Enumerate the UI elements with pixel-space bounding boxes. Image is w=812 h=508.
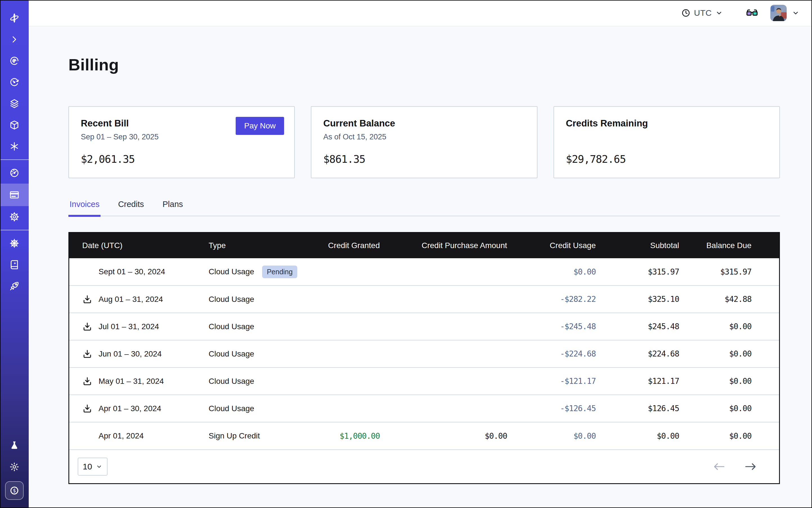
credit-usage-cell: -$126.45 <box>519 395 608 422</box>
invoice-date: Jun 01 – 30, 2024 <box>98 349 162 358</box>
sidebar-item-layers[interactable] <box>0 93 29 114</box>
gauge-icon <box>9 168 20 178</box>
invoice-type-cell: Cloud Usage <box>203 395 304 422</box>
table-row: Sept 01 – 30, 2024 Cloud Usage Pending $… <box>69 258 779 286</box>
invoice-type: Cloud Usage <box>209 267 254 276</box>
subtotal-cell: $224.68 <box>608 340 691 368</box>
credits-remaining-card: Credits Remaining $29,782.65 <box>554 106 780 178</box>
invoice-type-cell: Cloud Usage <box>203 313 304 340</box>
sidebar-divider <box>0 159 29 160</box>
credits-remaining-amount: $29,782.65 <box>566 153 626 165</box>
page-size-value: 10 <box>83 462 92 471</box>
user-avatar[interactable] <box>770 5 787 21</box>
chevron-right-icon <box>9 34 20 45</box>
download-icon <box>82 322 92 332</box>
balance-due-cell: $0.00 <box>691 313 779 340</box>
labs-flask-icon <box>9 440 20 451</box>
table-row: Jun 01 – 30, 2024 Cloud Usage -$224.68 $… <box>69 340 779 368</box>
subtotal-cell: $0.00 <box>608 422 691 450</box>
column-header-credit-granted: Credit Granted <box>304 233 392 258</box>
credit-granted-cell: $1,000.00 <box>304 422 392 450</box>
invoice-date-cell: May 01 – 31, 2024 <box>69 368 203 395</box>
billing-card-icon <box>9 189 20 200</box>
invoice-table-body: Sept 01 – 30, 2024 Cloud Usage Pending $… <box>69 258 779 450</box>
asterisk-icon <box>9 141 20 152</box>
summary-cards: Recent Bill Sep 01 – Sep 30, 2025 $2,061… <box>69 106 780 178</box>
sidebar-divider <box>0 230 29 230</box>
rocket-icon <box>9 281 20 291</box>
invoice-date-cell: Jun 01 – 30, 2024 <box>69 340 203 368</box>
pay-now-button[interactable]: Pay Now <box>236 117 284 135</box>
invoice-type-cell: Cloud Usage <box>203 368 304 395</box>
invoice-type-cell: Cloud Usage Pending <box>203 258 304 286</box>
credit-granted-cell <box>304 286 392 313</box>
table-row: Aug 01 – 31, 2024 Cloud Usage -$282.22 $… <box>69 286 779 313</box>
credit-granted-cell <box>304 368 392 395</box>
tab-invoices[interactable]: Invoices <box>69 200 100 216</box>
sidebar-item-credits[interactable]: $ <box>0 477 29 504</box>
card-title: Current Balance <box>323 118 525 129</box>
balance-due-cell: $0.00 <box>691 395 779 422</box>
table-row: May 01 – 31, 2024 Cloud Usage -$121.17 $… <box>69 368 779 395</box>
sidebar-item-usage[interactable] <box>0 162 29 183</box>
sidebar-item-fleet[interactable] <box>0 232 29 254</box>
glasses-icon[interactable] <box>745 6 759 19</box>
sidebar-item-theme[interactable] <box>0 456 29 477</box>
tab-credits[interactable]: Credits <box>117 200 145 216</box>
invoice-date: May 01 – 31, 2024 <box>98 377 164 386</box>
timezone-selector[interactable]: UTC <box>681 8 723 18</box>
credit-usage-cell: -$282.22 <box>519 286 608 313</box>
sidebar-item-expand[interactable] <box>0 29 29 50</box>
download-invoice-button[interactable] <box>82 349 92 359</box>
recent-bill-card: Recent Bill Sep 01 – Sep 30, 2025 $2,061… <box>69 106 295 178</box>
status-badge: Pending <box>262 265 298 278</box>
sidebar-item-labs[interactable] <box>0 435 29 456</box>
invoice-date: Aug 01 – 31, 2024 <box>98 295 163 304</box>
download-icon <box>82 404 92 414</box>
previous-page-button[interactable] <box>713 462 726 471</box>
balance-due-cell: $0.00 <box>691 340 779 368</box>
sidebar-item-observability[interactable] <box>0 50 29 72</box>
docs-book-sparkle-icon <box>9 259 20 270</box>
invoice-date-cell: Aug 01 – 31, 2024 <box>69 286 203 313</box>
balance-due-cell: $42.88 <box>691 286 779 313</box>
subtotal-cell: $315.97 <box>608 258 691 286</box>
balance-due-cell: $315.97 <box>691 258 779 286</box>
invoice-type: Cloud Usage <box>209 322 254 331</box>
column-header-subtotal: Subtotal <box>608 233 691 258</box>
sidebar-item-billing[interactable] <box>0 183 29 206</box>
subtotal-cell: $126.45 <box>608 395 691 422</box>
recent-bill-amount: $2,061.35 <box>81 153 135 165</box>
tab-plans[interactable]: Plans <box>161 200 184 216</box>
download-invoice-button[interactable] <box>82 294 92 304</box>
current-balance-card: Current Balance As of Oct 15, 2025 $861.… <box>311 106 537 178</box>
column-header-credit-purchase: Credit Purchase Amount <box>392 233 519 258</box>
sidebar-item-services[interactable] <box>0 136 29 157</box>
credits-badge: $ <box>5 481 24 500</box>
download-icon <box>82 376 92 386</box>
download-invoice-button[interactable] <box>82 376 92 386</box>
invoice-type: Cloud Usage <box>209 404 254 413</box>
credit-purchase-cell <box>392 258 519 286</box>
user-menu-chevron-icon[interactable] <box>792 9 800 17</box>
subtotal-cell: $121.17 <box>608 368 691 395</box>
sidebar-item-docs[interactable] <box>0 254 29 276</box>
download-invoice-button[interactable] <box>82 322 92 332</box>
logo-orbit-icon <box>9 13 20 24</box>
credit-purchase-cell <box>392 286 519 313</box>
sidebar-item-settings[interactable] <box>0 206 29 227</box>
sidebar-item-logo <box>0 7 29 29</box>
invoice-date-cell: Apr 01, 2024 <box>69 422 203 450</box>
sidebar-item-history[interactable] <box>0 72 29 93</box>
next-page-button[interactable] <box>744 462 757 471</box>
history-timer-icon <box>9 77 20 88</box>
page-size-select[interactable]: 10 <box>78 458 108 476</box>
column-header-type: Type <box>203 233 304 258</box>
sidebar-item-getting-started[interactable] <box>0 276 29 297</box>
column-header-credit-usage: Credit Usage <box>519 233 608 258</box>
download-invoice-button[interactable] <box>82 404 92 414</box>
billing-tabs: Invoices Credits Plans <box>69 200 780 216</box>
main-content: Billing Recent Bill Sep 01 – Sep 30, 202… <box>29 27 812 508</box>
invoice-date: Jul 01 – 31, 2024 <box>98 322 159 331</box>
sidebar-item-containers[interactable] <box>0 114 29 136</box>
